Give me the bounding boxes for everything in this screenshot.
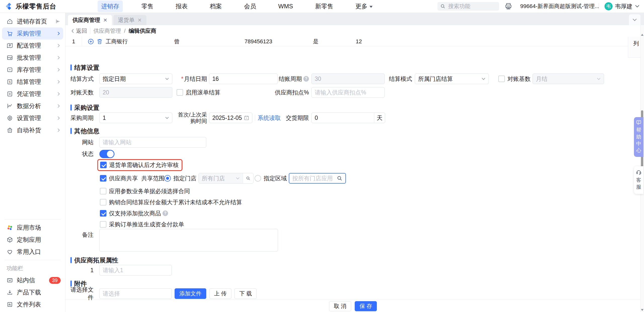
nav-menu: 进销存 零售 报表 档案 会员 WMS 新零售 更多 bbox=[98, 1, 376, 12]
search-input[interactable] bbox=[448, 3, 496, 10]
sidebar-item-file-list[interactable]: 文件列表 bbox=[0, 298, 65, 310]
upload-button[interactable]: 上 传 bbox=[209, 288, 231, 299]
tenant-switcher[interactable]: 99664-新界面商超版测试-管理... bbox=[518, 3, 593, 10]
cancel-button[interactable]: 取 消 bbox=[329, 301, 351, 311]
contract-required-checkbox[interactable] bbox=[100, 188, 106, 194]
user-menu[interactable]: 韦 韦厚建 bbox=[605, 2, 639, 10]
app-title: 乐檬零售后台 bbox=[16, 2, 56, 11]
global-search[interactable] bbox=[437, 2, 499, 11]
help-center-tab[interactable]: 帮助中心 bbox=[634, 117, 643, 157]
row-col2: 曾 bbox=[174, 37, 180, 46]
sidebar-item-custom-app[interactable]: 定制应用 bbox=[0, 234, 65, 246]
chevron-right-icon bbox=[57, 43, 61, 48]
sidebar-item-wholesale[interactable]: 批发管理 bbox=[0, 52, 65, 64]
batch-goods-checkbox[interactable] bbox=[100, 210, 106, 217]
sidebar-item-product-download[interactable]: 产品下载 bbox=[0, 286, 65, 298]
remark-textarea[interactable] bbox=[99, 229, 278, 252]
table-row[interactable]: 1 工商银行 曾 789456123 是 12 bbox=[65, 37, 640, 46]
app-logo[interactable]: 乐檬零售后台 bbox=[6, 2, 65, 11]
dollar-doc-icon: $ bbox=[7, 79, 13, 85]
search-icon bbox=[440, 4, 445, 9]
scroll-up-icon[interactable] bbox=[641, 34, 643, 36]
purchase-cycle-select[interactable]: 1 bbox=[99, 113, 172, 123]
recon-days-label: 对账天数 bbox=[65, 89, 94, 96]
sidebar-item-auto-replenish[interactable]: 自动补货 bbox=[0, 124, 65, 136]
nav-item-lingshou[interactable]: 零售 bbox=[138, 1, 157, 12]
sidebar-item-inventory[interactable]: 库存管理 bbox=[0, 64, 65, 76]
search-icon bbox=[246, 176, 250, 181]
store-search-button[interactable] bbox=[243, 173, 253, 183]
status-toggle[interactable] bbox=[99, 150, 114, 158]
help-question-icon[interactable]: ? bbox=[163, 211, 168, 216]
sidebar-item-purchase[interactable]: 采购管理 bbox=[2, 27, 63, 40]
cube-icon bbox=[7, 236, 13, 243]
search-icon[interactable] bbox=[337, 176, 342, 181]
first-purchase-date-input[interactable] bbox=[209, 113, 252, 123]
delivery-term-unit: 天 bbox=[374, 113, 385, 123]
tab-return-order[interactable]: 退货单 ✕ bbox=[113, 15, 146, 25]
bag-icon bbox=[7, 127, 13, 133]
sidebar-item-home[interactable]: 进销存首页 bbox=[0, 15, 65, 27]
divider bbox=[5, 219, 61, 220]
sidebar-item-messages[interactable]: 站内信 39 bbox=[0, 274, 65, 286]
nav-item-jinxiaocun[interactable]: 进销存 bbox=[98, 1, 123, 12]
first-purchase-time-label: 首次/上次采购时间 bbox=[174, 112, 207, 124]
sidebar-item-settlement[interactable]: $ 结算管理 bbox=[0, 76, 65, 88]
tab-list-dropdown[interactable] bbox=[629, 14, 640, 25]
form-content: 1 工商银行 曾 789456123 是 12 列 bbox=[65, 37, 644, 312]
settle-method-select[interactable]: 指定日期 bbox=[99, 74, 172, 84]
add-file-button[interactable]: 添加文件 bbox=[175, 288, 206, 299]
sidebar-item-favorites[interactable]: 常用入口 bbox=[0, 246, 65, 258]
chevron-right-icon bbox=[57, 91, 61, 96]
chevron-right-icon bbox=[57, 31, 61, 36]
supplier-share-checkbox[interactable] bbox=[100, 175, 106, 182]
scroll-down-icon[interactable] bbox=[641, 309, 643, 311]
save-button[interactable]: 保 存 bbox=[355, 301, 377, 311]
rolling-settle-checkbox[interactable] bbox=[177, 89, 183, 96]
sidebar-item-settings[interactable]: 设置管理 bbox=[0, 112, 65, 124]
return-confirm-checkbox[interactable] bbox=[100, 162, 107, 168]
sidebar-section-label: 功能栏 bbox=[0, 262, 65, 274]
designated-store-radio[interactable] bbox=[164, 175, 171, 182]
sidebar-item-delivery[interactable]: 配送管理 bbox=[0, 40, 65, 52]
sidebar: 进销存首页 采购管理 bbox=[0, 13, 65, 312]
mail-icon bbox=[7, 277, 13, 284]
region-input[interactable] bbox=[289, 173, 346, 184]
nav-item-xinlingshou[interactable]: 新零售 bbox=[312, 1, 337, 12]
settle-limit-checkbox[interactable] bbox=[100, 199, 106, 205]
sidebar-item-voucher[interactable]: 凭证管理 bbox=[0, 88, 65, 100]
attachment-file-input[interactable] bbox=[99, 288, 172, 299]
nav-item-huiyuan[interactable]: 会员 bbox=[240, 1, 260, 12]
nav-item-wms[interactable]: WMS bbox=[275, 1, 297, 12]
chevron-down-icon bbox=[481, 78, 486, 80]
tab-supplier-management[interactable]: 供应商管理 ✕ bbox=[68, 15, 112, 25]
customer-service-tab[interactable]: 客服 bbox=[634, 166, 643, 194]
recon-base-checkbox[interactable] bbox=[498, 76, 505, 82]
download-button[interactable]: 下 载 bbox=[234, 288, 257, 299]
add-row-icon[interactable] bbox=[88, 37, 94, 46]
nav-item-dangan[interactable]: 档案 bbox=[206, 1, 225, 12]
nav-item-baobiao[interactable]: 报表 bbox=[172, 1, 191, 12]
close-tab-icon[interactable]: ✕ bbox=[138, 17, 142, 23]
settle-mode-select[interactable]: 所属门店结算 bbox=[415, 74, 489, 84]
calendar-icon[interactable] bbox=[244, 115, 249, 121]
back-button[interactable]: 返回 bbox=[71, 27, 87, 35]
delivery-term-input[interactable]: 0 bbox=[312, 113, 374, 123]
chevron-down-icon bbox=[236, 177, 240, 180]
contract-required-label: 应用参数业务单据必须选择合同 bbox=[109, 187, 190, 195]
payment-push-checkbox[interactable] bbox=[100, 221, 106, 228]
breadcrumb-parent[interactable]: 供应商管理 bbox=[93, 27, 121, 35]
printer-icon[interactable] bbox=[505, 3, 512, 10]
help-question-icon[interactable]: ? bbox=[303, 76, 309, 82]
collapse-sidebar-icon[interactable] bbox=[55, 19, 61, 24]
designated-region-radio[interactable] bbox=[255, 175, 261, 182]
sidebar-item-analytics[interactable]: 数据分析 bbox=[0, 100, 65, 112]
close-tab-icon[interactable]: ✕ bbox=[103, 17, 107, 23]
website-input[interactable] bbox=[99, 137, 206, 148]
deduct-input[interactable] bbox=[311, 87, 385, 98]
extension-field-input[interactable] bbox=[99, 265, 172, 275]
delete-row-icon[interactable] bbox=[97, 37, 103, 46]
sidebar-item-app-market[interactable]: 应用市场 bbox=[0, 222, 65, 234]
nav-item-more[interactable]: 更多 bbox=[352, 1, 376, 12]
tab-bar: 供应商管理 ✕ 退货单 ✕ bbox=[65, 13, 644, 25]
